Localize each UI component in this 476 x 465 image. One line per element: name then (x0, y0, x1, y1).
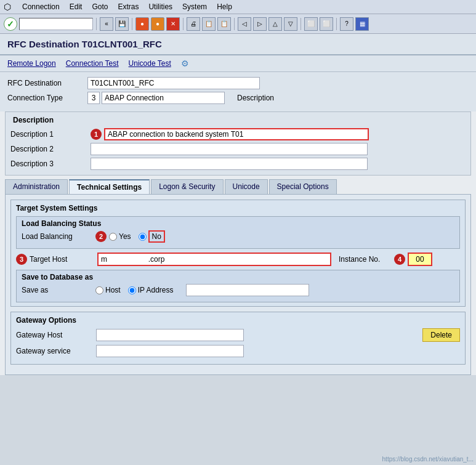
instance-no-label: Instance No. (339, 255, 394, 264)
sub-toolbar: Remote Logon Connection Test Unicode Tes… (0, 55, 476, 72)
save-as-label: Save as (22, 286, 95, 294)
title-area: RFC Destination T01CLNT001_RFC (0, 34, 476, 55)
copy-button[interactable]: 📋 (202, 17, 216, 31)
desc3-row: Description 3 (10, 158, 466, 170)
desc2-label: Description 2 (10, 145, 91, 153)
help-button[interactable]: ? (340, 17, 353, 31)
btn1[interactable]: ● (135, 17, 149, 31)
toolbar-separator (96, 18, 97, 30)
btn3[interactable]: ✕ (166, 17, 180, 31)
load-balancing-subsection: Load Balancing Status Load Balancing 2 Y… (16, 216, 460, 249)
save-host-option[interactable]: Host (95, 286, 121, 294)
load-balancing-radio-group: Yes No (109, 230, 165, 243)
rfc-destination-row: RFC Destination (7, 77, 469, 89)
unicode-test-link[interactable]: Unicode Test (129, 59, 171, 68)
tab-technical-settings[interactable]: Technical Settings (69, 179, 150, 194)
desc2-input[interactable] (91, 143, 368, 155)
tab-logon-security[interactable]: Logon & Security (151, 179, 223, 194)
menu-item-extras[interactable]: Extras (118, 2, 139, 11)
watermark: https://blog.csdn.net/xiavutian_t... (382, 456, 474, 463)
connection-type-number: 3 (87, 92, 100, 104)
save-ip-radio[interactable] (128, 286, 136, 294)
desc1-row: Description 1 1 (10, 128, 466, 140)
desc3-input[interactable] (91, 158, 368, 170)
lb-yes-option[interactable]: Yes (109, 232, 131, 241)
target-host-input[interactable] (97, 253, 331, 266)
gateway-host-row: Gateway Host Delete (16, 328, 460, 342)
gateway-host-input[interactable] (96, 329, 244, 341)
lb-yes-radio[interactable] (109, 233, 117, 241)
arr3[interactable]: △ (268, 17, 282, 31)
unicode-test-icon: ⚙ (181, 59, 189, 68)
connection-type-label: Connection Type (7, 94, 87, 102)
instance-no-input[interactable] (408, 253, 432, 266)
tab-special-options[interactable]: Special Options (269, 179, 337, 194)
rfc-destination-input[interactable] (87, 77, 260, 89)
save-button[interactable]: 💾 (115, 17, 129, 31)
target-host-label: Target Host (30, 255, 97, 264)
save-as-radio-group: Host IP Address (95, 284, 309, 296)
toolbar-separator-6 (336, 18, 337, 30)
arr4[interactable]: ▽ (284, 17, 297, 31)
arr1[interactable]: ◁ (238, 17, 251, 31)
remote-logon-link[interactable]: Remote Logon (7, 59, 56, 68)
gateway-service-label: Gateway service (16, 347, 96, 355)
lb-yes-label: Yes (119, 232, 131, 241)
target-system-title: Target System Settings (16, 204, 460, 212)
toolbar-separator-2 (132, 18, 132, 30)
badge-4: 4 (394, 254, 405, 265)
menu-item-edit[interactable]: Edit (70, 2, 83, 11)
menu-item-help[interactable]: Help (217, 2, 232, 11)
btn2[interactable]: ● (151, 17, 164, 31)
save-to-db-subsection: Save to Database as Save as Host IP Addr… (16, 270, 460, 302)
win1[interactable]: ⬜ (304, 17, 318, 31)
desc2-row: Description 2 (10, 143, 466, 155)
exit-icon[interactable]: ⬡ (4, 2, 11, 12)
win2[interactable]: ⬜ (320, 17, 333, 31)
save-ip-option[interactable]: IP Address (128, 286, 174, 294)
lb-no-label: No (148, 230, 165, 243)
toolbar-separator-3 (183, 18, 184, 30)
print-button[interactable]: 🖨 (187, 17, 200, 31)
desc3-label: Description 3 (10, 160, 91, 168)
nav-back-button[interactable]: « (100, 17, 113, 31)
menu-item-utilities[interactable]: Utilities (148, 2, 172, 11)
save-as-row: Save as Host IP Address (22, 284, 454, 296)
target-host-row: 3 Target Host Instance No. 4 (16, 253, 460, 266)
badge-1: 1 (91, 129, 102, 140)
load-balancing-label: Load Balancing (22, 232, 95, 241)
copy2-button[interactable]: 📋 (217, 17, 231, 31)
command-input[interactable] (19, 18, 93, 30)
gateway-options-section: Gateway Options Gateway Host Delete Gate… (10, 312, 466, 365)
save-db-title: Save to Database as (22, 273, 454, 281)
badge-2: 2 (95, 231, 107, 242)
tab-administration[interactable]: Administration (5, 179, 68, 194)
lb-no-radio[interactable] (139, 233, 147, 241)
description-section: Description Description 1 1 Description … (5, 111, 471, 176)
save-host-radio[interactable] (95, 286, 103, 294)
rfc-form-section: RFC Destination Connection Type 3 Descri… (0, 72, 476, 111)
lb-no-option[interactable]: No (139, 230, 165, 243)
save-ip-input[interactable] (186, 284, 309, 296)
delete-button[interactable]: Delete (422, 328, 460, 342)
load-balancing-row: Load Balancing 2 Yes No (22, 230, 454, 243)
tabs-container: Administration Technical Settings Logon … (5, 179, 471, 194)
gateway-service-row: Gateway service (16, 345, 460, 357)
connection-test-link[interactable]: Connection Test (66, 59, 119, 68)
connection-type-row: Connection Type 3 Description (7, 92, 469, 104)
toolbar-separator-4 (234, 18, 235, 30)
desc1-input[interactable] (104, 128, 369, 140)
menu-item-goto[interactable]: Goto (92, 2, 108, 11)
desc1-label: Description 1 (10, 130, 91, 139)
menu-item-connection[interactable]: Connection (22, 2, 60, 11)
arr2[interactable]: ▷ (253, 17, 267, 31)
tab-unicode[interactable]: Unicode (225, 179, 268, 194)
rfc-destination-label: RFC Destination (7, 79, 87, 87)
connection-type-input[interactable] (102, 92, 225, 104)
gateway-service-input[interactable] (96, 345, 244, 357)
toolbar-separator-5 (301, 18, 301, 30)
screen-button[interactable]: ▦ (355, 17, 369, 31)
description-label: Description (237, 94, 274, 102)
menu-item-system[interactable]: System (182, 2, 207, 11)
green-check-button[interactable]: ✓ (4, 17, 17, 31)
